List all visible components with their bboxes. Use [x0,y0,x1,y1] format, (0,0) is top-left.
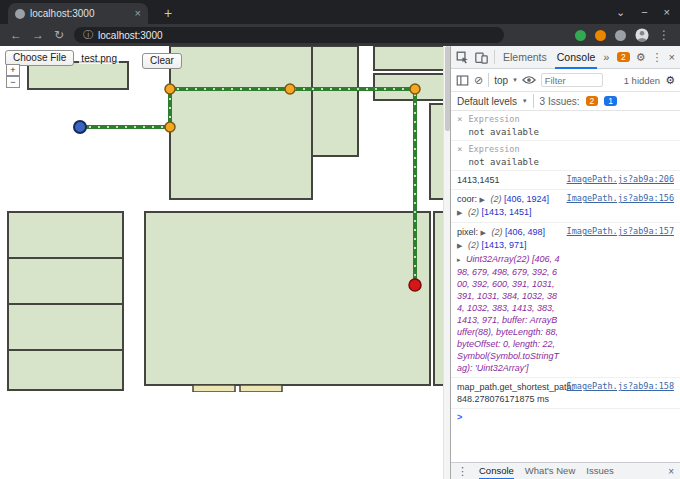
window-close-button[interactable]: × [664,6,670,18]
console-prompt-row: > [451,409,680,425]
divider [533,94,534,108]
favicon-globe-icon [15,9,25,19]
issues-info-badge[interactable]: 1 [604,96,617,107]
devtools-menu-kebab-icon[interactable]: ⋮ [652,52,663,63]
map-rooms [8,46,450,392]
expand-triangle-icon[interactable]: ▸ [457,256,461,263]
tab-close-icon[interactable]: × [135,8,141,19]
console-sidebar-toggle-icon[interactable] [456,74,469,87]
url-text: localhost:3000 [98,30,163,41]
timer-log-text: map_path.get_shortest_path: 848.27807617… [457,382,574,404]
browser-tab[interactable]: localhost:3000 × [8,3,148,24]
devtools-tabbar: Elements Console » 2 ⚙ ⋮ × [451,46,680,69]
new-tab-button[interactable]: + [158,4,178,22]
waypoint-marker [285,84,295,94]
devtools-settings-gear-icon[interactable]: ⚙ [636,52,646,63]
tab-elements[interactable]: Elements [501,46,549,69]
log-label: pixel: [457,227,478,237]
waypoint-marker [410,84,420,94]
extension-icon[interactable] [595,30,606,41]
more-tabs-icon[interactable]: » [603,52,609,63]
page-scrollbar[interactable] [443,46,450,479]
source-link[interactable]: ImagePath.js?ab9a:158 [561,381,674,391]
issues-warning-badge[interactable]: 2 [586,96,599,107]
source-link[interactable]: ImagePath.js?ab9a:156 [561,193,674,203]
console-prompt[interactable]: > [457,412,462,422]
console-settings-gear-icon[interactable]: ⚙ [665,74,675,87]
address-bar[interactable]: ⓘ localhost:3000 [74,27,504,43]
window-menu-icon[interactable]: ⌄ [616,6,625,19]
chevron-down-icon: ▾ [513,76,517,84]
devtools-panel: Elements Console » 2 ⚙ ⋮ × ⊘ top ▾ 1 hid… [450,46,680,479]
browser-window: localhost:3000 × + ⌄ − × ← → ↻ ⓘ localho… [0,0,680,479]
reload-icon[interactable]: ↻ [54,29,64,41]
expression-label: Expression [468,144,674,154]
remove-expression-icon[interactable]: × [457,114,462,124]
drawer-tab-console[interactable]: Console [479,463,514,479]
expression-value: not available [468,157,674,167]
inspect-element-icon[interactable] [456,51,469,64]
live-expression-row: × Expression not available [451,141,680,171]
drawer-tab-whats-new[interactable]: What's New [525,463,575,479]
live-expression-eye-icon[interactable] [522,75,536,85]
waypoint-marker [165,84,175,94]
browser-menu-icon[interactable]: ⋮ [658,29,670,41]
floorplan-map-canvas[interactable] [0,46,450,392]
forward-icon[interactable]: → [32,29,44,41]
expand-triangle-icon[interactable]: ▶ [457,209,462,216]
waypoint-marker [165,122,175,132]
array-preview: [1413, 971] [481,240,526,250]
tab-title: localhost:3000 [30,8,130,19]
minimize-button[interactable]: − [641,6,647,18]
log-levels-dropdown[interactable]: Default levels [457,96,517,107]
expression-value: not available [468,127,674,137]
clear-console-icon[interactable]: ⊘ [474,75,483,86]
extension-icon[interactable] [615,30,626,41]
clear-button[interactable]: Clear [142,53,182,69]
browser-navbar: ← → ↻ ⓘ localhost:3000 ⋮ [0,24,680,46]
array-count: (2) [491,227,502,237]
device-toolbar-icon[interactable] [475,51,488,64]
console-log-row: map_path.get_shortest_path: 848.27807617… [451,378,680,409]
expand-triangle-icon[interactable]: ▶ [457,242,462,249]
console-log-row: pixel: ▶ (2) [406, 498] ▶ (2) [1413, 971… [451,223,680,378]
array-count: (2) [490,194,501,204]
console-messages: × Expression not available × Expression … [451,111,680,462]
navbar-right-icons: ⋮ [575,28,670,42]
start-marker [74,121,86,133]
drawer-menu-kebab-icon[interactable]: ⋮ [457,466,468,477]
zoom-out-button[interactable]: − [6,76,20,88]
source-link[interactable]: ImagePath.js?ab9a:206 [561,174,674,184]
source-link[interactable]: ImagePath.js?ab9a:157 [561,226,674,236]
issues-label[interactable]: 3 Issues: [540,96,580,107]
file-controls: Choose File test.png [5,50,119,66]
divider [494,50,495,64]
drawer-close-icon[interactable]: × [668,466,674,477]
log-text: 1413,1451 [457,175,500,185]
site-info-icon[interactable]: ⓘ [83,28,93,42]
map-zoom-control: + − [6,64,20,88]
console-log-row: coor: ▶ (2) [406, 1924] ▶ (2) [1413, 145… [451,190,680,223]
live-expression-row: × Expression not available [451,111,680,141]
devtools-close-icon[interactable]: × [669,52,675,63]
zoom-in-button[interactable]: + [6,64,20,76]
array-preview: [406, 498] [505,227,545,237]
extension-icon[interactable] [575,30,586,41]
back-icon[interactable]: ← [10,29,22,41]
chevron-down-icon: ▾ [523,97,527,105]
devtools-drawer: ⋮ Console What's New Issues × [451,462,680,479]
hidden-messages-count[interactable]: 1 hidden [624,75,660,86]
page-content: Choose File test.png Clear + − [0,46,450,479]
error-count-badge[interactable]: 2 [617,52,630,63]
log-label: coor: [457,194,477,204]
expand-triangle-icon[interactable]: ▶ [481,229,486,236]
drawer-tab-issues[interactable]: Issues [586,463,613,479]
expand-triangle-icon[interactable]: ▶ [480,196,485,203]
array-preview: [1413, 1451] [481,207,531,217]
context-selector[interactable]: top [494,75,508,86]
window-controls: ⌄ − × [616,0,670,24]
remove-expression-icon[interactable]: × [457,144,462,154]
tab-console[interactable]: Console [555,46,598,69]
profile-avatar[interactable] [635,28,649,42]
console-filter-input[interactable] [541,73,603,87]
